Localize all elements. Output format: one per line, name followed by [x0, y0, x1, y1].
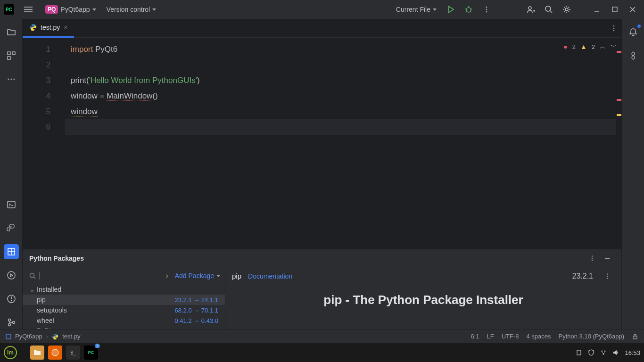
- svg-point-41: [592, 258, 593, 259]
- svg-line-4: [466, 11, 467, 12]
- notifications-icon[interactable]: [626, 25, 641, 40]
- svg-point-36: [12, 321, 15, 324]
- tab-bar: test.py ×: [23, 19, 621, 38]
- more-tools-icon[interactable]: [4, 72, 19, 87]
- network-tray-icon[interactable]: [600, 349, 607, 356]
- services-tool-icon[interactable]: [4, 268, 19, 283]
- svg-rect-25: [8, 201, 15, 208]
- tree-group-installed[interactable]: ⌄Installed: [23, 284, 225, 295]
- run-config-dropdown[interactable]: Current File: [392, 4, 440, 15]
- indent-settings[interactable]: 4 spaces: [526, 333, 551, 340]
- close-tab-icon[interactable]: ×: [64, 24, 67, 31]
- svg-point-44: [30, 273, 34, 278]
- svg-point-7: [486, 9, 487, 10]
- svg-rect-21: [8, 57, 10, 59]
- package-row[interactable]: pip23.2.1 → 24.1.1: [23, 295, 225, 305]
- chevron-down-icon: [152, 8, 156, 11]
- shield-tray-icon[interactable]: [588, 349, 594, 356]
- clipboard-tray-icon[interactable]: [576, 349, 582, 356]
- pycharm-logo-icon: PC: [4, 4, 14, 15]
- start-menu-icon[interactable]: lm: [4, 346, 17, 359]
- svg-rect-50: [633, 336, 637, 339]
- error-count: 2: [572, 43, 576, 50]
- svg-rect-20: [12, 52, 15, 55]
- settings-icon[interactable]: [559, 2, 574, 17]
- vcs-dropdown[interactable]: Version control: [103, 4, 160, 15]
- add-package-button[interactable]: Add Package: [175, 272, 220, 280]
- svg-point-6: [486, 7, 487, 8]
- prev-highlight-icon[interactable]: ︿: [600, 42, 606, 51]
- project-tool-icon[interactable]: [4, 25, 19, 40]
- svg-rect-53: [577, 350, 581, 355]
- chevron-right-icon[interactable]: ›: [165, 272, 168, 280]
- python-file-icon: [29, 24, 37, 31]
- interpreter[interactable]: Python 3.10 (PyQt6app): [559, 333, 624, 340]
- close-window-icon[interactable]: [625, 2, 640, 17]
- package-row[interactable]: setuptools68.2.0 → 70.1.1: [23, 305, 225, 315]
- volume-tray-icon[interactable]: [612, 349, 619, 356]
- maximize-window-icon[interactable]: [607, 2, 622, 17]
- code-with-me-icon[interactable]: [523, 2, 538, 17]
- svg-rect-19: [8, 52, 10, 55]
- python-file-icon: [52, 333, 58, 340]
- os-taskbar: lm $_ PC3 16:53: [0, 343, 644, 362]
- vcs-tool-icon[interactable]: [4, 315, 19, 330]
- debug-button[interactable]: [461, 2, 476, 17]
- run-config-label: Current File: [396, 6, 430, 13]
- firefox-icon[interactable]: [48, 346, 62, 360]
- warning-icon: ▲: [580, 43, 587, 50]
- project-name: PyQt6app: [60, 6, 90, 13]
- error-marker[interactable]: [617, 99, 621, 101]
- system-tray[interactable]: 16:53: [576, 349, 640, 356]
- package-actions-icon[interactable]: [600, 269, 615, 284]
- pycharm-app-icon[interactable]: PC3: [84, 346, 98, 360]
- python-console-icon[interactable]: [4, 221, 19, 236]
- more-actions-icon[interactable]: [479, 2, 494, 17]
- code-editor[interactable]: 1 2 3 4 5 6 import PyQt6 print('Hello Wo…: [23, 38, 621, 249]
- svg-point-22: [8, 78, 9, 80]
- panel-options-icon[interactable]: [585, 251, 600, 266]
- breadcrumb[interactable]: PyQt6app › test.py: [6, 333, 80, 340]
- search-icon: [29, 272, 36, 279]
- svg-point-12: [545, 6, 551, 11]
- terminal-tool-icon[interactable]: [4, 197, 19, 212]
- package-version: 23.2.1: [572, 272, 593, 280]
- file-encoding[interactable]: UTF-8: [502, 333, 519, 340]
- minimize-window-icon[interactable]: [589, 2, 604, 17]
- svg-point-24: [13, 78, 15, 80]
- project-dropdown[interactable]: PQ PyQt6app: [41, 3, 100, 16]
- file-manager-icon[interactable]: [30, 346, 44, 360]
- left-tool-rail: [0, 19, 23, 343]
- code-content[interactable]: import PyQt6 print('Hello World from Pyt…: [65, 38, 621, 249]
- caret-position[interactable]: 6:1: [471, 333, 479, 340]
- hide-panel-icon[interactable]: [600, 251, 615, 266]
- search-icon[interactable]: [541, 2, 556, 17]
- editor-tab[interactable]: test.py ×: [23, 19, 74, 38]
- svg-point-35: [8, 324, 10, 326]
- terminal-app-icon[interactable]: $_: [66, 346, 80, 360]
- line-separator[interactable]: LF: [487, 333, 494, 340]
- structure-tool-icon[interactable]: [4, 48, 19, 63]
- svg-line-13: [550, 11, 552, 13]
- hamburger-menu-icon[interactable]: [23, 7, 34, 12]
- inspection-widget[interactable]: ●2 ▲2 ︿ ﹀: [563, 42, 617, 51]
- svg-point-34: [8, 319, 10, 321]
- svg-line-3: [471, 9, 472, 9]
- svg-rect-16: [612, 7, 617, 12]
- readonly-lock-icon[interactable]: [632, 333, 638, 340]
- svg-line-2: [465, 9, 467, 9]
- package-row[interactable]: wheel0.41.2 → 0.43.0: [23, 315, 225, 326]
- warning-marker[interactable]: [617, 114, 621, 116]
- problems-tool-icon[interactable]: [4, 291, 19, 306]
- svg-point-42: [592, 260, 593, 261]
- documentation-link[interactable]: Documentation: [248, 272, 292, 280]
- clock[interactable]: 16:53: [625, 349, 640, 356]
- error-marker[interactable]: [617, 51, 621, 53]
- ai-assistant-icon[interactable]: [626, 48, 641, 63]
- warning-count: 2: [592, 43, 595, 50]
- run-button[interactable]: [443, 2, 458, 17]
- marker-bar[interactable]: [616, 38, 621, 249]
- python-packages-icon[interactable]: [4, 244, 19, 259]
- package-search-input[interactable]: [27, 272, 159, 280]
- tab-options-icon[interactable]: [606, 21, 621, 36]
